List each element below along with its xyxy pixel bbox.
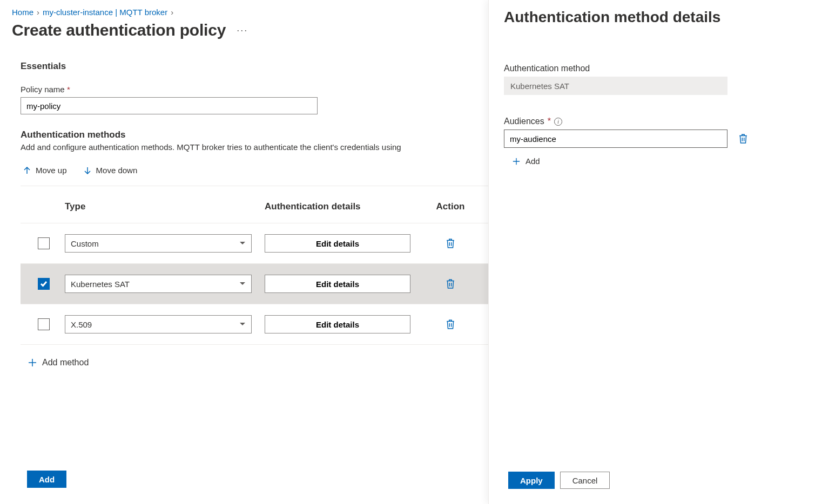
essentials-section: Essentials Policy name * [12,61,488,114]
page-title: Create authentication policy [12,21,226,39]
delete-audience-button[interactable] [738,133,748,144]
toolbar: Move up Move down [21,165,488,186]
col-action: Action [427,201,474,212]
breadcrumb-home[interactable]: Home [12,8,33,17]
breadcrumb-path[interactable]: my-cluster-instance | MQTT broker [43,8,167,17]
col-type: Type [65,201,265,212]
auth-method-label: Authentication method [504,64,807,73]
check-icon [40,280,48,288]
policy-name-input[interactable] [21,97,318,114]
type-dropdown[interactable]: X.509 [65,315,252,333]
chevron-right-icon: › [37,8,39,17]
audiences-section: Audiences * i Add [504,117,807,167]
plus-icon [513,158,520,165]
table-row: Kubernetes SAT Edit details [21,264,488,304]
trash-icon [446,238,455,249]
delete-button[interactable] [446,238,455,249]
plus-icon [28,358,37,367]
essentials-heading: Essentials [21,61,488,72]
edit-details-button[interactable]: Edit details [265,315,410,333]
panel-title: Authentication method details [504,9,807,26]
auth-methods-heading: Authentication methods [21,130,488,140]
edit-details-button[interactable]: Edit details [265,275,410,293]
type-dropdown[interactable]: Kubernetes SAT [65,275,252,293]
table-row: X.509 Edit details [21,304,488,345]
audiences-label: Audiences * i [504,117,807,126]
arrow-down-icon [83,166,92,175]
auth-methods-description: Add and configure authentication methods… [21,142,488,152]
policy-name-label: Policy name * [21,85,488,94]
info-icon[interactable]: i [554,118,562,126]
chevron-right-icon: › [171,8,173,17]
add-method-button[interactable]: Add method [21,357,91,369]
row-checkbox[interactable] [38,237,50,249]
row-checkbox[interactable] [38,318,50,330]
move-up-button[interactable]: Move up [21,165,69,176]
col-details: Authentication details [265,201,427,212]
add-button[interactable]: Add [27,471,66,488]
delete-button[interactable] [446,319,455,330]
auth-method-input [504,77,727,95]
delete-button[interactable] [446,278,455,289]
move-down-button[interactable]: Move down [81,165,140,176]
details-panel: Authentication method details Authentica… [488,0,822,504]
type-dropdown[interactable]: Custom [65,234,252,253]
chevron-down-icon [239,281,246,287]
main-panel: Home › my-cluster-instance | MQTT broker… [0,0,488,504]
arrow-up-icon [23,166,31,175]
trash-icon [738,133,748,144]
more-actions-button[interactable]: ··· [237,25,248,36]
apply-button[interactable]: Apply [508,472,555,489]
trash-icon [446,319,455,330]
chevron-down-icon [239,321,246,328]
add-audience-button[interactable]: Add [504,155,542,167]
cancel-button[interactable]: Cancel [560,472,610,489]
row-checkbox[interactable] [38,278,50,290]
chevron-down-icon [239,240,246,247]
trash-icon [446,278,455,289]
audience-row [504,130,807,148]
table-row: Custom Edit details [21,223,488,264]
auth-methods-table: Type Authentication details Action Custo… [21,201,488,345]
edit-details-button[interactable]: Edit details [265,234,410,253]
auth-method-field: Authentication method [504,64,807,95]
audience-input[interactable] [504,130,727,148]
breadcrumb: Home › my-cluster-instance | MQTT broker… [12,8,488,17]
